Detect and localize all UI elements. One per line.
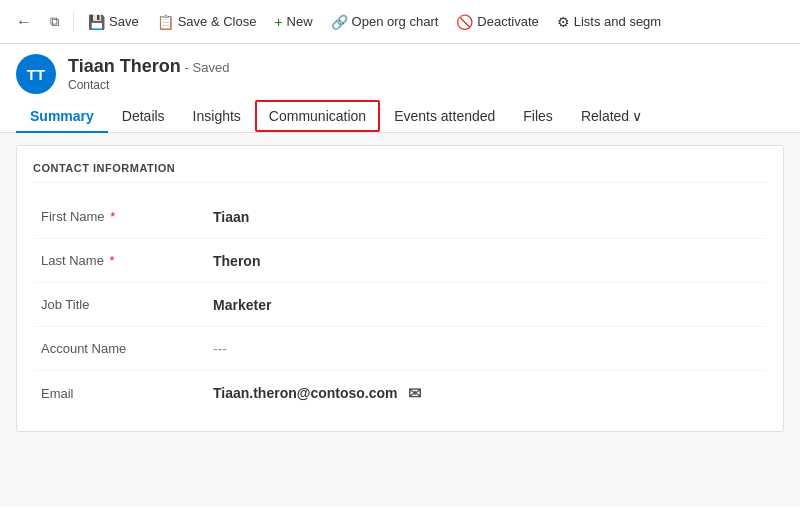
tab-related[interactable]: Related ∨ [567,100,656,132]
back-icon: ← [16,13,32,31]
field-value-last-name[interactable]: Theron [213,253,767,269]
lists-segm-button[interactable]: ⚙ Lists and segm [549,10,669,34]
record-saved-status: - Saved [185,60,230,75]
save-icon: 💾 [88,14,105,30]
field-row-email: Email Tiaan.theron@contoso.com ✉ [33,371,767,415]
lists-icon: ⚙ [557,14,570,30]
tab-details[interactable]: Details [108,100,179,132]
avatar-initials: TT [27,66,45,83]
org-chart-icon: 🔗 [331,14,348,30]
field-label-account-name: Account Name [33,341,213,356]
field-row-last-name: Last Name * Theron [33,239,767,283]
tab-summary[interactable]: Summary [16,100,108,132]
field-row-account-name: Account Name --- [33,327,767,371]
new-button[interactable]: + New [266,10,320,34]
field-label-job-title: Job Title [33,297,213,312]
deactivate-button[interactable]: 🚫 Deactivate [448,10,546,34]
main-content: CONTACT INFORMATION First Name * Tiaan L… [0,133,800,507]
save-close-icon: 📋 [157,14,174,30]
field-row-first-name: First Name * Tiaan [33,195,767,239]
lists-segm-label: Lists and segm [574,14,661,29]
toolbar: ← ⧉ 💾 Save 📋 Save & Close + New 🔗 Open o… [0,0,800,44]
new-label: New [287,14,313,29]
tab-events-attended[interactable]: Events attended [380,100,509,132]
chevron-down-icon: ∨ [632,108,642,124]
field-value-account-name[interactable]: --- [213,341,767,357]
save-button[interactable]: 💾 Save [80,10,147,34]
field-label-last-name: Last Name * [33,253,213,268]
save-close-button[interactable]: 📋 Save & Close [149,10,265,34]
required-indicator-first-name: * [110,209,115,224]
record-name: Tiaan Theron [68,56,181,76]
field-value-first-name[interactable]: Tiaan [213,209,767,225]
record-type: Contact [68,78,229,92]
field-value-email[interactable]: Tiaan.theron@contoso.com ✉ [213,384,767,403]
open-org-chart-button[interactable]: 🔗 Open org chart [323,10,447,34]
divider-1 [73,12,74,32]
field-label-email: Email [33,386,213,401]
back-button[interactable]: ← [8,9,40,35]
avatar: TT [16,54,56,94]
record-title-block: Tiaan Theron - Saved Contact [68,56,229,92]
section-title: CONTACT INFORMATION [33,162,767,183]
field-label-first-name: First Name * [33,209,213,224]
restore-button[interactable]: ⧉ [42,10,67,34]
tab-communication[interactable]: Communication [255,100,380,132]
tab-files[interactable]: Files [509,100,567,132]
deactivate-icon: 🚫 [456,14,473,30]
tab-insights[interactable]: Insights [179,100,255,132]
contact-information-section: CONTACT INFORMATION First Name * Tiaan L… [16,145,784,432]
field-value-job-title[interactable]: Marketer [213,297,767,313]
new-icon: + [274,14,282,30]
email-icon[interactable]: ✉ [408,384,421,403]
save-label: Save [109,14,139,29]
restore-icon: ⧉ [50,14,59,30]
save-close-label: Save & Close [178,14,257,29]
record-header: TT Tiaan Theron - Saved Contact [0,44,800,100]
tabs-bar: Summary Details Insights Communication E… [0,100,800,133]
open-org-chart-label: Open org chart [352,14,439,29]
required-indicator-last-name: * [110,253,115,268]
field-row-job-title: Job Title Marketer [33,283,767,327]
deactivate-label: Deactivate [477,14,538,29]
